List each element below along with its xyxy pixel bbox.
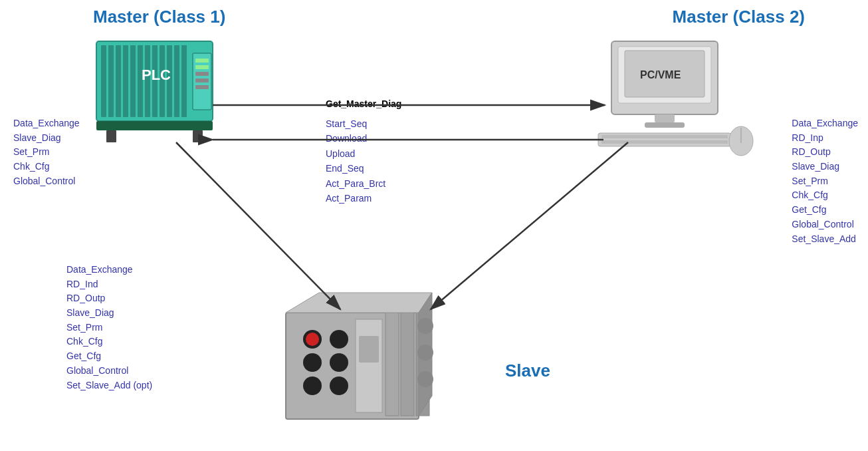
svg-text:PLC: PLC — [142, 67, 171, 83]
svg-point-38 — [303, 353, 322, 372]
master2-label-list: Data_Exchange RD_Inp RD_Outp Slave_Diag … — [792, 116, 858, 246]
svg-line-56 — [176, 142, 340, 309]
svg-rect-24 — [193, 130, 203, 142]
svg-rect-30 — [645, 122, 685, 128]
svg-rect-18 — [195, 65, 209, 69]
svg-point-53 — [417, 371, 433, 387]
master2-title: Master (Class 2) — [673, 7, 805, 27]
svg-text:PC/VME: PC/VME — [640, 69, 681, 80]
slave-label-list: Data_Exchange RD_Ind RD_Outp Slave_Diag … — [66, 263, 152, 392]
diagram-container: Master (Class 1) Master (Class 2) Data_E… — [0, 0, 868, 451]
svg-rect-19 — [195, 72, 209, 76]
svg-point-37 — [303, 330, 322, 349]
svg-rect-4 — [108, 45, 114, 117]
svg-rect-17 — [195, 59, 209, 63]
svg-marker-50 — [419, 293, 432, 416]
svg-rect-33 — [601, 140, 728, 144]
svg-marker-49 — [286, 293, 432, 313]
svg-rect-48 — [416, 313, 429, 416]
svg-rect-10 — [152, 45, 158, 117]
svg-rect-8 — [138, 45, 143, 117]
svg-rect-45 — [359, 336, 379, 363]
svg-rect-11 — [160, 45, 165, 117]
svg-rect-5 — [116, 45, 121, 117]
svg-point-42 — [330, 376, 348, 395]
svg-rect-44 — [356, 319, 382, 412]
master1-title: Master (Class 1) — [93, 7, 225, 27]
svg-rect-22 — [96, 121, 213, 130]
svg-rect-3 — [101, 45, 106, 117]
svg-point-41 — [330, 353, 348, 372]
svg-point-51 — [417, 318, 433, 334]
svg-rect-27 — [625, 51, 705, 97]
svg-rect-36 — [286, 313, 419, 419]
svg-rect-2 — [96, 41, 213, 121]
svg-rect-25 — [611, 41, 718, 114]
svg-rect-47 — [401, 313, 414, 416]
svg-rect-13 — [174, 45, 179, 117]
svg-rect-12 — [167, 45, 172, 117]
svg-rect-32 — [601, 135, 728, 138]
svg-rect-23 — [106, 130, 116, 142]
svg-rect-9 — [145, 45, 150, 117]
slave-title: Slave — [505, 361, 550, 381]
svg-rect-26 — [618, 47, 711, 103]
svg-point-43 — [306, 333, 319, 346]
svg-rect-29 — [655, 114, 675, 122]
center-commands: Start_Seq Download Upload End_Seq Act_Pa… — [326, 116, 385, 206]
svg-point-40 — [330, 330, 348, 349]
master1-label-list: Data_Exchange Slave_Diag Set_Prm Chk_Cfg… — [13, 116, 80, 188]
svg-rect-21 — [195, 85, 209, 89]
svg-point-52 — [417, 345, 433, 361]
svg-line-57 — [431, 142, 628, 309]
svg-rect-20 — [195, 78, 209, 82]
svg-rect-46 — [385, 313, 399, 416]
get-master-diag-label: Get_Master_Diag — [326, 98, 401, 109]
svg-rect-6 — [123, 45, 128, 117]
svg-rect-31 — [598, 133, 731, 146]
svg-rect-14 — [181, 45, 187, 117]
svg-rect-7 — [130, 45, 136, 117]
svg-rect-16 — [193, 53, 211, 110]
svg-point-34 — [729, 126, 753, 156]
svg-point-39 — [303, 376, 322, 395]
